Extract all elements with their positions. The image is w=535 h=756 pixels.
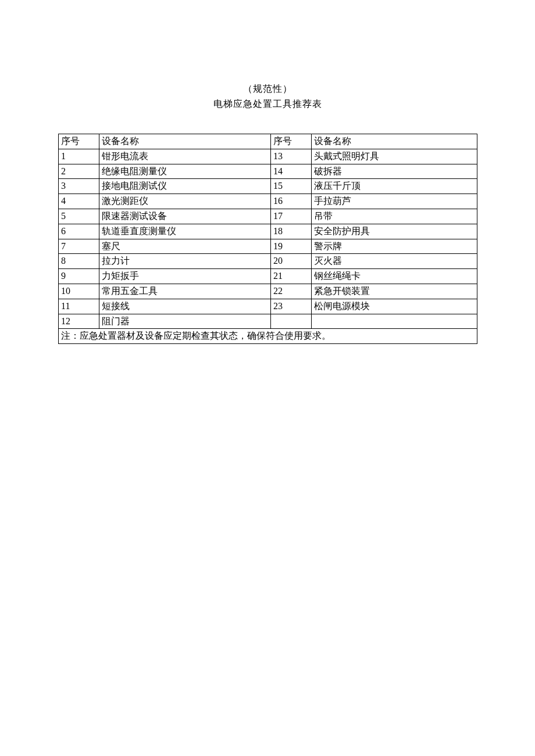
col-header-seq2: 序号 bbox=[271, 134, 312, 149]
cell-name1: 短接线 bbox=[99, 299, 271, 314]
cell-seq1: 11 bbox=[59, 299, 99, 314]
cell-seq2: 22 bbox=[271, 284, 312, 299]
table-footnote: 注：应急处置器材及设备应定期检查其状态，确保符合使用要求。 bbox=[59, 329, 477, 344]
page-header: （规范性） 电梯应急处置工具推荐表 bbox=[0, 81, 535, 112]
cell-name1: 激光测距仪 bbox=[99, 194, 271, 209]
table-row: 6轨道垂直度测量仪18安全防护用具 bbox=[59, 224, 477, 239]
table-row: 10常用五金工具22紧急开锁装置 bbox=[59, 284, 477, 299]
cell-name2 bbox=[312, 314, 477, 329]
table-row: 12阻门器 bbox=[59, 314, 477, 329]
cell-name2: 安全防护用具 bbox=[312, 224, 477, 239]
cell-seq1: 1 bbox=[59, 149, 99, 164]
cell-seq2: 14 bbox=[271, 164, 312, 179]
cell-name2: 头戴式照明灯具 bbox=[312, 149, 477, 164]
table-row: 8拉力计20灭火器 bbox=[59, 254, 477, 269]
cell-name2: 手拉葫芦 bbox=[312, 194, 477, 209]
table-row: 7塞尺19警示牌 bbox=[59, 239, 477, 254]
cell-seq2: 21 bbox=[271, 269, 312, 284]
col-header-name2: 设备名称 bbox=[312, 134, 477, 149]
cell-seq2: 18 bbox=[271, 224, 312, 239]
cell-seq1: 7 bbox=[59, 239, 99, 254]
cell-name1: 力矩扳手 bbox=[99, 269, 271, 284]
cell-seq1: 8 bbox=[59, 254, 99, 269]
cell-seq2: 20 bbox=[271, 254, 312, 269]
cell-seq1: 2 bbox=[59, 164, 99, 179]
table-row: 11短接线23松闸电源模块 bbox=[59, 299, 477, 314]
col-header-seq1: 序号 bbox=[59, 134, 99, 149]
cell-seq1: 4 bbox=[59, 194, 99, 209]
header-subtitle: （规范性） bbox=[0, 81, 535, 96]
cell-seq2: 13 bbox=[271, 149, 312, 164]
cell-seq2: 16 bbox=[271, 194, 312, 209]
table-row: 4激光测距仪16手拉葫芦 bbox=[59, 194, 477, 209]
header-title: 电梯应急处置工具推荐表 bbox=[0, 96, 535, 112]
cell-name1: 轨道垂直度测量仪 bbox=[99, 224, 271, 239]
col-header-name1: 设备名称 bbox=[99, 134, 271, 149]
cell-name2: 钢丝绳绳卡 bbox=[312, 269, 477, 284]
table-row: 2绝缘电阻测量仪14破拆器 bbox=[59, 164, 477, 179]
cell-seq2: 15 bbox=[271, 179, 312, 194]
cell-seq2 bbox=[271, 314, 312, 329]
cell-name2: 破拆器 bbox=[312, 164, 477, 179]
cell-seq2: 23 bbox=[271, 299, 312, 314]
cell-seq1: 12 bbox=[59, 314, 99, 329]
cell-name2: 松闸电源模块 bbox=[312, 299, 477, 314]
cell-name1: 塞尺 bbox=[99, 239, 271, 254]
table-row: 9力矩扳手21钢丝绳绳卡 bbox=[59, 269, 477, 284]
table-container: 序号 设备名称 序号 设备名称 1钳形电流表13头戴式照明灯具2绝缘电阻测量仪1… bbox=[58, 134, 477, 344]
cell-name2: 灭火器 bbox=[312, 254, 477, 269]
table-header-row: 序号 设备名称 序号 设备名称 bbox=[59, 134, 477, 149]
cell-name1: 常用五金工具 bbox=[99, 284, 271, 299]
cell-name1: 接地电阻测试仪 bbox=[99, 179, 271, 194]
cell-name1: 拉力计 bbox=[99, 254, 271, 269]
cell-name1: 绝缘电阻测量仪 bbox=[99, 164, 271, 179]
cell-seq1: 9 bbox=[59, 269, 99, 284]
cell-name2: 吊带 bbox=[312, 209, 477, 224]
table-row: 5限速器测试设备17吊带 bbox=[59, 209, 477, 224]
cell-seq1: 6 bbox=[59, 224, 99, 239]
cell-name1: 钳形电流表 bbox=[99, 149, 271, 164]
table-row: 1钳形电流表13头戴式照明灯具 bbox=[59, 149, 477, 164]
cell-name1: 阻门器 bbox=[99, 314, 271, 329]
cell-seq1: 5 bbox=[59, 209, 99, 224]
cell-seq2: 19 bbox=[271, 239, 312, 254]
cell-name2: 警示牌 bbox=[312, 239, 477, 254]
cell-seq1: 3 bbox=[59, 179, 99, 194]
cell-seq2: 17 bbox=[271, 209, 312, 224]
cell-seq1: 10 bbox=[59, 284, 99, 299]
cell-name2: 紧急开锁装置 bbox=[312, 284, 477, 299]
table-footnote-row: 注：应急处置器材及设备应定期检查其状态，确保符合使用要求。 bbox=[59, 329, 477, 344]
table-row: 3接地电阻测试仪15液压千斤顶 bbox=[59, 179, 477, 194]
equipment-table: 序号 设备名称 序号 设备名称 1钳形电流表13头戴式照明灯具2绝缘电阻测量仪1… bbox=[58, 134, 477, 344]
cell-name2: 液压千斤顶 bbox=[312, 179, 477, 194]
cell-name1: 限速器测试设备 bbox=[99, 209, 271, 224]
